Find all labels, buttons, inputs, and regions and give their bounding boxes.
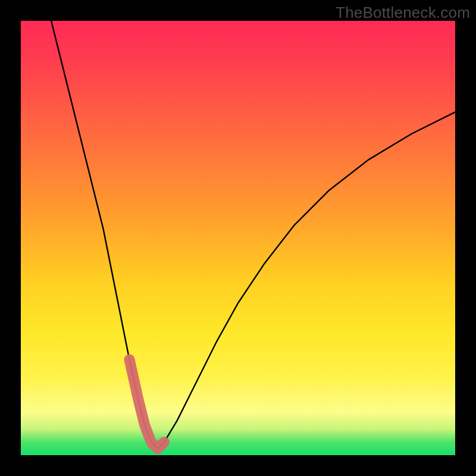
chart-stage: TheBottleneck.com	[0, 0, 476, 476]
plot-area	[21, 21, 455, 455]
valley-highlight	[130, 359, 164, 449]
bottleneck-curve	[51, 21, 455, 449]
watermark-text: TheBottleneck.com	[336, 4, 470, 22]
curve-svg	[21, 21, 455, 455]
